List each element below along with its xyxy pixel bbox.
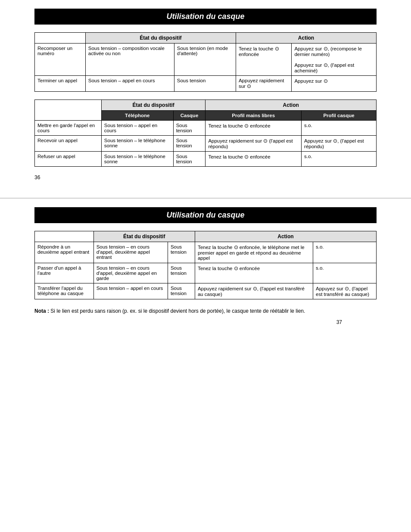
col-profil-casque: Profil casque xyxy=(302,111,377,121)
table-row: Recomposer un numéro Sous tension – comp… xyxy=(35,44,377,76)
etat-header-2: État du dispositif xyxy=(101,100,206,111)
cell-action1-1: Tenez la touche ⊙ enfoncée xyxy=(236,44,292,76)
cell-action1-2: Appuyez rapidement sur ⊙ xyxy=(236,76,292,92)
cell-telephone-5: Sous tension – le téléphone sonne xyxy=(101,152,173,167)
action-header-2: Action xyxy=(206,100,377,111)
col-telephone: Téléphone xyxy=(101,111,173,121)
cell-casque-6: Sous tension xyxy=(168,242,195,263)
cell-casque-prof-3: s.o. xyxy=(302,121,377,136)
cell-fonction-3: Mettre en garde l'appel en cours xyxy=(35,121,102,136)
table-row: Recevoir un appel Sous tension – le télé… xyxy=(35,136,377,152)
cell-fonction-4: Recevoir un appel xyxy=(35,136,102,152)
cell-fonction-7: Passer d'un appel à l'autre xyxy=(35,263,94,283)
cell-fonction-8: Transférer l'appel du téléphone au casqu… xyxy=(35,283,94,299)
cell-casque-prof-8: Appuyez sur ⊙, (l'appel est transféré au… xyxy=(313,283,377,299)
cell-telephone-7: Sous tension – en cours d'appel, deuxièm… xyxy=(93,263,168,283)
cell-casque-7: Sous tension xyxy=(168,263,195,283)
cell-action2-1: Appuyez sur ⊙, (recompose le dernier num… xyxy=(292,44,377,76)
cell-mains-3: Tenez la touche ⊙ enfoncée xyxy=(206,121,302,136)
page-section-2: Utilisation du casque État du dispositif… xyxy=(0,198,411,342)
table-row: Passer d'un appel à l'autre Sous tension… xyxy=(35,263,377,283)
cell-casque-5: Sous tension xyxy=(173,152,206,167)
cell-casque-prof-7: s.o. xyxy=(313,263,377,283)
cell-casque-4: Sous tension xyxy=(173,136,206,152)
page: Utilisation du casque État du dispositif… xyxy=(0,0,411,342)
table-row: Mettre en garde l'appel en cours Sous te… xyxy=(35,121,377,136)
cell-mains-6: Tenez la touche ⊙ enfoncée, le téléphone… xyxy=(195,242,313,263)
cell-casque-3: Sous tension xyxy=(173,121,206,136)
cell-casque-8: Sous tension xyxy=(168,283,195,299)
cell-casque-prof-4: Appuyez sur ⊙, (l'appel est répondu) xyxy=(302,136,377,152)
table-row: Répondre à un deuxième appel entrant Sou… xyxy=(35,242,377,263)
cell-fonction-6: Répondre à un deuxième appel entrant xyxy=(35,242,94,263)
cell-etat1-1: Sous tension – composition vocale activé… xyxy=(85,44,174,76)
cell-mains-7: Tenez la touche ⊙ enfoncée xyxy=(195,263,313,283)
table-2: État du dispositif Action Téléphone Casq… xyxy=(34,100,377,167)
cell-fonction-5: Refuser un appel xyxy=(35,152,102,167)
table-1: État du dispositif Action Recomposer un … xyxy=(34,32,377,92)
cell-casque-prof-6: s.o. xyxy=(313,242,377,263)
cell-etat1-2: Sous tension – appel en cours xyxy=(85,76,174,92)
cell-mains-5: Tenez la touche ⊙ enfoncée xyxy=(206,152,302,167)
cell-telephone-4: Sous tension – le téléphone sonne xyxy=(101,136,173,152)
section-title-2: Utilisation du casque xyxy=(34,207,377,223)
cell-mains-4: Appuyez rapidement sur ⊙ (l'appel est ré… xyxy=(206,136,302,152)
page-section-1: Utilisation du casque État du dispositif… xyxy=(0,0,411,198)
action-header-3: Action xyxy=(195,231,376,242)
etat-header-3: État du dispositif xyxy=(93,231,195,242)
cell-etat2-2: Sous tension xyxy=(174,76,236,92)
etat-header-1: État du dispositif xyxy=(85,33,236,44)
nota-text: Nota : Si le lien est perdu sans raison … xyxy=(34,307,377,315)
cell-telephone-3: Sous tension – appel en cours xyxy=(101,121,173,136)
action-header-1: Action xyxy=(236,33,376,44)
page-number-2: 37 xyxy=(34,315,377,330)
cell-telephone-8: Sous tension – appel en cours xyxy=(93,283,168,299)
cell-mains-8: Appuyez rapidement sur ⊙, (l'appel est t… xyxy=(195,283,313,299)
table-3: État du dispositif Action Répondre à un … xyxy=(34,231,377,299)
table-row: Refuser un appel Sous tension – le télép… xyxy=(35,152,377,167)
cell-telephone-6: Sous tension – en cours d'appel, deuxièm… xyxy=(93,242,168,263)
cell-fonction-1: Recomposer un numéro xyxy=(35,44,86,76)
page-number-1: 36 xyxy=(34,174,377,180)
cell-fonction-2: Terminer un appel xyxy=(35,76,86,92)
cell-etat2-1: Sous tension (en mode d'attente) xyxy=(174,44,236,76)
cell-action2-2: Appuyez sur ⊙ xyxy=(292,76,377,92)
col-profil-mains: Profil mains libres xyxy=(206,111,302,121)
table-row: Transférer l'appel du téléphone au casqu… xyxy=(35,283,377,299)
table-row: Terminer un appel Sous tension – appel e… xyxy=(35,76,377,92)
cell-casque-prof-5: s.o. xyxy=(302,152,377,167)
col-casque: Casque xyxy=(173,111,206,121)
section-title-1: Utilisation du casque xyxy=(34,9,377,25)
